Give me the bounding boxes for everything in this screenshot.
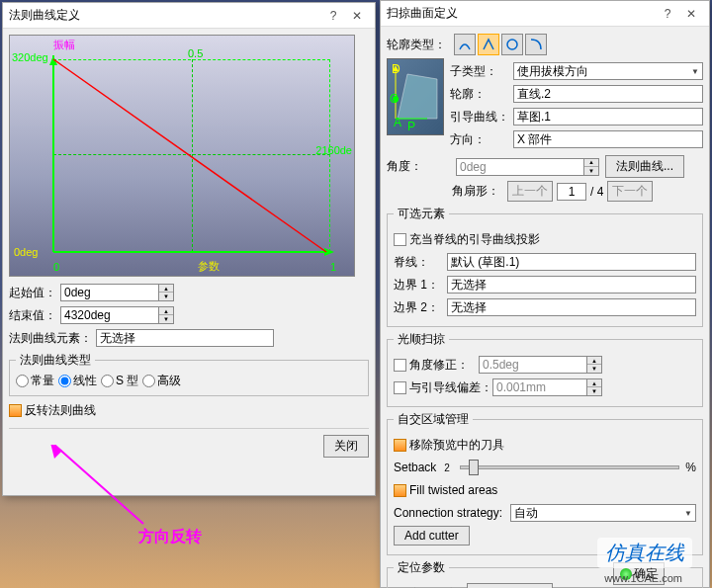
direction-input[interactable] (513, 130, 703, 148)
angle-corr-checkbox-icon[interactable] (394, 359, 406, 372)
position-params-legend: 定位参数 (394, 559, 449, 576)
preview-graphic-icon: D G A P (388, 59, 443, 134)
titlebar: 法则曲线定义 ? ✕ (3, 3, 375, 29)
angle-corr-input[interactable] (479, 356, 587, 374)
subtype-select[interactable]: 使用拔模方向 ▼ (513, 62, 703, 80)
spine-input[interactable] (447, 253, 696, 271)
deviation-checkbox-icon[interactable] (394, 381, 406, 394)
next-fan-button[interactable]: 下一个 (607, 181, 653, 202)
end-value-input[interactable] (60, 306, 159, 324)
spin-up-icon[interactable]: ▲ (587, 357, 601, 365)
reverse-checkbox-icon[interactable] (9, 404, 22, 417)
profile-type-icon-3[interactable] (501, 34, 523, 55)
start-value-spinner[interactable]: ▲▼ (60, 284, 174, 301)
conn-strategy-select[interactable]: 自动 ▼ (510, 504, 696, 522)
boundary2-input[interactable] (447, 298, 696, 316)
remove-cutter-label: 移除预览中的刀具 (409, 437, 504, 454)
deviation-spinner[interactable]: ▲▼ (492, 378, 602, 396)
angle-corr-spinner[interactable]: ▲▼ (479, 356, 602, 374)
profile-row: 轮廓： (450, 84, 703, 104)
radio-advanced[interactable]: 高级 (142, 373, 181, 389)
radio-constant[interactable]: 常量 (16, 373, 54, 389)
radio-stype[interactable]: S 型 (101, 373, 138, 389)
conn-strategy-label: Connection strategy: (394, 506, 502, 520)
watermark: 仿真在线 (597, 538, 692, 568)
start-value-input[interactable] (60, 284, 159, 301)
profile-type-icon-1[interactable] (454, 34, 476, 55)
spinner-buttons[interactable]: ▲▼ (159, 306, 174, 324)
law-type-legend: 法则曲线类型 (16, 352, 95, 369)
close-button[interactable]: ✕ (679, 4, 703, 24)
guide-row: 引导曲线： (450, 107, 703, 126)
profile-type-icon-2[interactable] (478, 34, 499, 55)
projection-checkbox-icon[interactable] (394, 233, 406, 246)
angle-corr-label: 角度修正： (409, 357, 475, 374)
graph-xlabel: 参数 (198, 259, 220, 274)
fan-index-input[interactable] (557, 183, 586, 201)
close-button[interactable]: ✕ (345, 6, 369, 26)
deviation-input[interactable] (492, 378, 587, 396)
profile-label: 轮廓： (450, 86, 509, 103)
angle-label: 角度： (387, 158, 452, 175)
subtype-value: 使用拔模方向 (517, 63, 588, 80)
remove-cutter-checkbox-icon[interactable] (394, 439, 406, 452)
help-button[interactable]: ? (321, 6, 345, 26)
law-element-input[interactable] (96, 329, 274, 347)
guide-input[interactable] (513, 108, 703, 126)
prev-fan-button[interactable]: 上一个 (507, 181, 553, 202)
help-button[interactable]: ? (656, 4, 679, 24)
profile-type-icon-4[interactable] (525, 34, 547, 55)
direction-row: 方向： (450, 129, 703, 149)
spinner-buttons[interactable]: ▲▼ (587, 378, 602, 396)
fill-twisted-row[interactable]: Fill twisted areas (394, 480, 696, 500)
spin-down-icon[interactable]: ▼ (584, 167, 598, 175)
smooth-legend: 光顺扫掠 (394, 331, 449, 348)
titlebar: 扫掠曲面定义 ? ✕ (381, 1, 709, 27)
graph-top-mid: 0.5 (188, 47, 203, 59)
slider-thumb-icon[interactable] (469, 460, 479, 475)
radio-linear[interactable]: 线性 (58, 373, 97, 389)
angle-spinner[interactable]: ▲▼ (456, 158, 599, 176)
spinner-buttons[interactable]: ▲▼ (159, 284, 174, 301)
smooth-group: 光顺扫掠 角度修正： ▲▼ 与引导线偏差： ▲▼ (387, 331, 703, 407)
guide-label: 引导曲线： (450, 109, 509, 126)
spin-up-icon[interactable]: ▲ (159, 307, 173, 315)
spin-down-icon[interactable]: ▼ (159, 293, 173, 300)
show-params-button[interactable]: 显示参数 >> (467, 583, 553, 588)
spinner-buttons[interactable]: ▲▼ (584, 158, 599, 176)
spin-up-icon[interactable]: ▲ (159, 285, 173, 293)
profile-type-label: 轮廓类型： (387, 37, 446, 53)
remove-cutter-row[interactable]: 移除预览中的刀具 (394, 435, 696, 455)
svg-marker-11 (398, 74, 437, 119)
angle-input[interactable] (456, 158, 584, 176)
end-value-spinner[interactable]: ▲▼ (60, 306, 174, 324)
preview-thumbnail: D G A P (387, 58, 444, 135)
fill-twisted-label: Fill twisted areas (409, 483, 497, 497)
angle-row: 角度： ▲▼ 法则曲线... (387, 155, 703, 178)
law-type-radios: 常量 线性 S 型 高级 (16, 373, 362, 389)
setback-slider[interactable] (460, 465, 679, 469)
spin-down-icon[interactable]: ▼ (587, 365, 601, 373)
projection-label: 充当脊线的引导曲线投影 (409, 231, 540, 248)
fan-total: / 4 (590, 185, 603, 199)
setback-row: Setback 2 % (394, 458, 696, 477)
fill-twisted-checkbox-icon[interactable] (394, 484, 406, 497)
spin-up-icon[interactable]: ▲ (587, 379, 601, 387)
spinner-buttons[interactable]: ▲▼ (587, 356, 602, 374)
profile-type-row: 轮廓类型： (387, 34, 703, 55)
spin-down-icon[interactable]: ▼ (159, 315, 173, 323)
subtype-label: 子类型： (450, 63, 509, 80)
add-cutter-button[interactable]: Add cutter (394, 526, 470, 546)
spine-label: 脊线： (394, 254, 443, 271)
conn-strategy-row: Connection strategy: 自动 ▼ (394, 503, 696, 523)
reverse-row[interactable]: 反转法则曲线 (9, 400, 369, 420)
spin-up-icon[interactable]: ▲ (584, 159, 598, 167)
fan-row: 角扇形： 上一个 / 4 下一个 (387, 181, 703, 202)
law-button[interactable]: 法则曲线... (605, 155, 684, 178)
profile-input[interactable] (513, 85, 703, 103)
spin-down-icon[interactable]: ▼ (587, 387, 601, 395)
watermark-url: www.1CAE.com (604, 572, 682, 584)
close-dialog-button[interactable]: 关闭 (323, 435, 369, 458)
boundary1-input[interactable] (447, 276, 696, 294)
projection-row[interactable]: 充当脊线的引导曲线投影 (394, 229, 696, 249)
